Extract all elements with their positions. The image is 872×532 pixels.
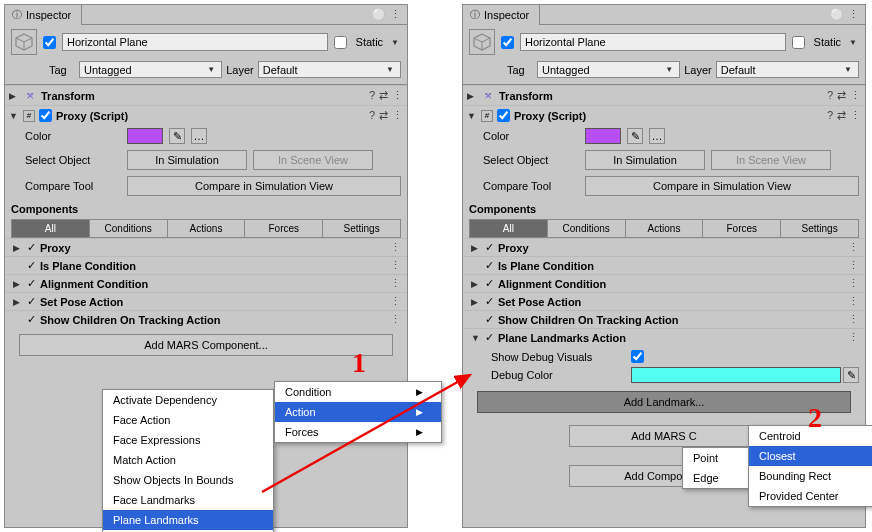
eyedropper-icon[interactable]: ✎ — [169, 128, 185, 144]
foldout-icon[interactable]: ▼ — [9, 111, 19, 121]
proxy-component-header[interactable]: ▼ # Proxy (Script) ?⇄⋮ — [463, 105, 865, 125]
inspector-tab[interactable]: ⓘ Inspector — [463, 5, 540, 25]
picker-button[interactable]: … — [649, 128, 665, 144]
eyedropper-icon[interactable]: ✎ — [627, 128, 643, 144]
item-menu-icon[interactable]: ⋮ — [390, 241, 403, 254]
item-menu-icon[interactable]: ⋮ — [848, 295, 861, 308]
lock-icon[interactable]: ⚪ — [831, 9, 843, 21]
list-item[interactable]: ▶✓Alignment Condition⋮ — [5, 274, 407, 292]
inspector-tab[interactable]: ⓘ Inspector — [5, 5, 82, 25]
in-scene-view-button[interactable]: In Scene View — [711, 150, 831, 170]
tab-actions[interactable]: Actions — [626, 220, 704, 237]
preset-icon[interactable]: ⇄ — [837, 89, 846, 102]
static-checkbox[interactable] — [334, 36, 347, 49]
list-item[interactable]: ✓Is Plane Condition⋮ — [5, 256, 407, 274]
item-menu-icon[interactable]: ⋮ — [390, 295, 403, 308]
prefab-icon[interactable] — [469, 29, 495, 55]
add-landmark-button[interactable]: Add Landmark... — [477, 391, 851, 413]
component-menu-icon[interactable]: ⋮ — [850, 109, 861, 122]
compare-button[interactable]: Compare in Simulation View — [585, 176, 859, 196]
tag-dropdown[interactable]: Untagged▼ — [79, 61, 222, 78]
component-enable-checkbox[interactable] — [39, 109, 52, 122]
menu-item[interactable]: Activate Dependency — [103, 390, 273, 410]
menu-item[interactable]: Forces▶ — [275, 422, 441, 442]
component-enable-checkbox[interactable] — [497, 109, 510, 122]
menu-item-action[interactable]: Action▶ — [275, 402, 441, 422]
show-debug-checkbox[interactable] — [631, 350, 644, 363]
transform-component-header[interactable]: ▶ ⤧ Transform ?⇄⋮ — [463, 85, 865, 105]
tab-forces[interactable]: Forces — [245, 220, 323, 237]
item-menu-icon[interactable]: ⋮ — [848, 259, 861, 272]
color-swatch[interactable] — [127, 128, 163, 144]
menu-item[interactable]: Face Landmarks — [103, 490, 273, 510]
item-menu-icon[interactable]: ⋮ — [848, 331, 861, 344]
help-icon[interactable]: ? — [369, 109, 375, 122]
menu-item-closest[interactable]: Closest▶ — [749, 446, 872, 466]
tab-settings[interactable]: Settings — [323, 220, 400, 237]
menu-item[interactable]: Match Action — [103, 450, 273, 470]
foldout-icon[interactable]: ▶ — [467, 91, 477, 101]
list-item[interactable]: ▶✓Proxy⋮ — [463, 238, 865, 256]
tab-conditions[interactable]: Conditions — [90, 220, 168, 237]
tab-conditions[interactable]: Conditions — [548, 220, 626, 237]
item-menu-icon[interactable]: ⋮ — [390, 313, 403, 326]
gameobject-name-input[interactable] — [62, 33, 328, 51]
static-dropdown-icon[interactable]: ▼ — [389, 38, 401, 47]
component-menu-icon[interactable]: ⋮ — [392, 109, 403, 122]
foldout-icon[interactable]: ▼ — [467, 111, 477, 121]
component-menu-icon[interactable]: ⋮ — [392, 89, 403, 102]
panel-menu-icon[interactable]: ⋮ — [389, 9, 401, 21]
layer-dropdown[interactable]: Default▼ — [716, 61, 859, 78]
foldout-icon[interactable]: ▶ — [9, 91, 19, 101]
active-checkbox[interactable] — [501, 36, 514, 49]
proxy-component-header[interactable]: ▼ # Proxy (Script) ?⇄⋮ — [5, 105, 407, 125]
preset-icon[interactable]: ⇄ — [379, 109, 388, 122]
help-icon[interactable]: ? — [827, 109, 833, 122]
active-checkbox[interactable] — [43, 36, 56, 49]
menu-item[interactable]: Show Objects In Bounds — [103, 470, 273, 490]
list-item[interactable]: ✓Show Children On Tracking Action⋮ — [5, 310, 407, 328]
debug-color-swatch[interactable] — [631, 367, 841, 383]
in-simulation-button[interactable]: In Simulation — [127, 150, 247, 170]
item-menu-icon[interactable]: ⋮ — [848, 313, 861, 326]
list-item-plane-landmarks[interactable]: ▼✓Plane Landmarks Action⋮ — [463, 328, 865, 346]
list-item[interactable]: ✓Is Plane Condition⋮ — [463, 256, 865, 274]
preset-icon[interactable]: ⇄ — [837, 109, 846, 122]
item-menu-icon[interactable]: ⋮ — [848, 277, 861, 290]
list-item[interactable]: ▶✓Proxy⋮ — [5, 238, 407, 256]
menu-item[interactable]: Condition▶ — [275, 382, 441, 402]
add-mars-component-button[interactable]: Add MARS C — [569, 425, 759, 447]
compare-button[interactable]: Compare in Simulation View — [127, 176, 401, 196]
component-menu-icon[interactable]: ⋮ — [850, 89, 861, 102]
tab-actions[interactable]: Actions — [168, 220, 246, 237]
help-icon[interactable]: ? — [827, 89, 833, 102]
item-menu-icon[interactable]: ⋮ — [848, 241, 861, 254]
menu-item[interactable]: Face Action — [103, 410, 273, 430]
tab-all[interactable]: All — [12, 220, 90, 237]
menu-item[interactable]: Face Expressions — [103, 430, 273, 450]
list-item[interactable]: ▶✓Alignment Condition⋮ — [463, 274, 865, 292]
static-dropdown-icon[interactable]: ▼ — [847, 38, 859, 47]
add-mars-component-button[interactable]: Add MARS Component... — [19, 334, 393, 356]
panel-menu-icon[interactable]: ⋮ — [847, 9, 859, 21]
gameobject-name-input[interactable] — [520, 33, 786, 51]
menu-item[interactable]: Provided Center — [749, 486, 872, 506]
list-item[interactable]: ▶✓Set Pose Action⋮ — [5, 292, 407, 310]
menu-item[interactable]: Bounding Rect — [749, 466, 872, 486]
in-simulation-button[interactable]: In Simulation — [585, 150, 705, 170]
tag-dropdown[interactable]: Untagged▼ — [537, 61, 680, 78]
tab-forces[interactable]: Forces — [703, 220, 781, 237]
item-menu-icon[interactable]: ⋮ — [390, 259, 403, 272]
eyedropper-icon[interactable]: ✎ — [843, 367, 859, 383]
menu-item-plane-landmarks[interactable]: Plane Landmarks — [103, 510, 273, 530]
tab-all[interactable]: All — [470, 220, 548, 237]
preset-icon[interactable]: ⇄ — [379, 89, 388, 102]
list-item[interactable]: ✓Show Children On Tracking Action⋮ — [463, 310, 865, 328]
static-checkbox[interactable] — [792, 36, 805, 49]
item-menu-icon[interactable]: ⋮ — [390, 277, 403, 290]
picker-button[interactable]: … — [191, 128, 207, 144]
lock-icon[interactable]: ⚪ — [373, 9, 385, 21]
in-scene-view-button[interactable]: In Scene View — [253, 150, 373, 170]
transform-component-header[interactable]: ▶ ⤧ Transform ?⇄⋮ — [5, 85, 407, 105]
list-item[interactable]: ▶✓Set Pose Action⋮ — [463, 292, 865, 310]
